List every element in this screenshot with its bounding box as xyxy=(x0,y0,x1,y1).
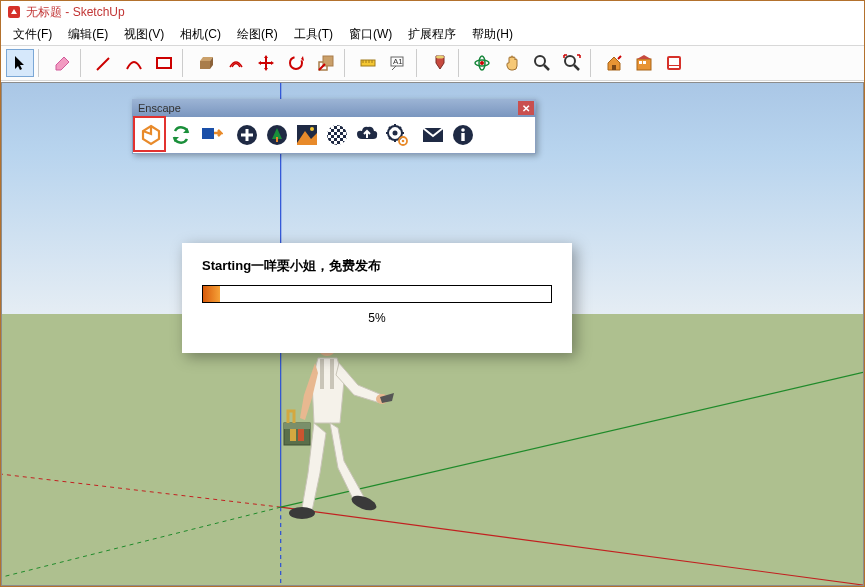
toolbar-separator xyxy=(590,49,596,77)
toolbar-separator xyxy=(38,49,44,77)
toolbar-separator xyxy=(182,49,188,77)
svg-rect-61 xyxy=(461,133,464,141)
menu-window[interactable]: 窗口(W) xyxy=(341,24,400,45)
toolbar-separator xyxy=(458,49,464,77)
svg-rect-43 xyxy=(290,429,296,441)
ground xyxy=(2,314,863,585)
enscape-toolbar xyxy=(132,117,536,154)
svg-point-55 xyxy=(393,131,398,136)
menu-bar: 文件(F) 编辑(E) 视图(V) 相机(C) 绘图(R) 工具(T) 窗口(W… xyxy=(1,23,864,45)
toolbar-separator xyxy=(416,49,422,77)
eraser-tool[interactable] xyxy=(48,49,76,77)
svg-point-53 xyxy=(327,125,347,145)
svg-rect-23 xyxy=(639,61,642,64)
svg-point-19 xyxy=(565,56,575,66)
svg-point-3 xyxy=(290,57,302,69)
svg-line-20 xyxy=(574,65,579,70)
svg-rect-1 xyxy=(157,58,171,68)
menu-extensions[interactable]: 扩展程序 xyxy=(400,24,464,45)
svg-rect-2 xyxy=(200,61,210,69)
tape-tool[interactable] xyxy=(354,49,382,77)
svg-rect-21 xyxy=(612,65,616,70)
select-tool[interactable] xyxy=(6,49,34,77)
toolbar-separator xyxy=(344,49,350,77)
progress-dialog: Starting一咩栗小姐，免费发布 5% xyxy=(182,243,572,353)
svg-point-49 xyxy=(310,127,314,131)
svg-rect-27 xyxy=(669,66,679,68)
enscape-sync-button[interactable] xyxy=(167,121,195,149)
svg-rect-45 xyxy=(202,128,214,139)
toolbar-separator xyxy=(80,49,86,77)
window-title: 无标题 - SketchUp xyxy=(26,4,125,21)
enscape-feedback-button[interactable] xyxy=(419,121,447,149)
enscape-toolbar-window[interactable]: Enscape ✕ xyxy=(132,99,536,154)
title-bar: 无标题 - SketchUp xyxy=(1,1,864,23)
svg-line-18 xyxy=(544,65,549,70)
enscape-asset-button[interactable] xyxy=(263,121,291,149)
close-icon[interactable]: ✕ xyxy=(518,101,534,115)
progress-fill xyxy=(203,286,220,302)
toolbar-separator xyxy=(413,121,417,149)
offset-tool[interactable] xyxy=(222,49,250,77)
enscape-upload-button[interactable] xyxy=(353,121,381,149)
extension-warehouse-tool[interactable] xyxy=(630,49,658,77)
rotate-tool[interactable] xyxy=(282,49,310,77)
pushpull-tool[interactable] xyxy=(192,49,220,77)
svg-rect-22 xyxy=(637,59,651,70)
svg-rect-24 xyxy=(643,61,646,64)
svg-point-57 xyxy=(402,140,405,143)
menu-tools[interactable]: 工具(T) xyxy=(286,24,341,45)
toolbar-separator xyxy=(227,121,231,149)
scale-figure xyxy=(272,323,402,533)
enscape-title-bar[interactable]: Enscape ✕ xyxy=(132,99,536,117)
svg-point-39 xyxy=(289,507,315,519)
enscape-about-button[interactable] xyxy=(449,121,477,149)
enscape-texture-button[interactable] xyxy=(323,121,351,149)
shape-tool[interactable] xyxy=(150,49,178,77)
svg-rect-37 xyxy=(330,359,334,389)
progress-bar xyxy=(202,285,552,303)
enscape-views-button[interactable] xyxy=(197,121,225,149)
enscape-add-button[interactable] xyxy=(233,121,261,149)
pan-tool[interactable] xyxy=(498,49,526,77)
menu-edit[interactable]: 编辑(E) xyxy=(60,24,116,45)
svg-point-17 xyxy=(535,56,545,66)
zoom-extents-tool[interactable] xyxy=(558,49,586,77)
svg-point-16 xyxy=(480,61,484,65)
svg-rect-44 xyxy=(298,429,304,441)
warehouse-tool[interactable] xyxy=(600,49,628,77)
enscape-settings-button[interactable] xyxy=(383,121,411,149)
line-tool[interactable] xyxy=(90,49,118,77)
enscape-title-text: Enscape xyxy=(138,102,181,114)
orbit-tool[interactable] xyxy=(468,49,496,77)
menu-camera[interactable]: 相机(C) xyxy=(172,24,229,45)
svg-rect-36 xyxy=(320,359,324,389)
enscape-material-button[interactable] xyxy=(293,121,321,149)
scale-tool[interactable] xyxy=(312,49,340,77)
menu-draw[interactable]: 绘图(R) xyxy=(229,24,286,45)
menu-help[interactable]: 帮助(H) xyxy=(464,24,521,45)
main-toolbar: A1 xyxy=(1,45,864,81)
move-tool[interactable] xyxy=(252,49,280,77)
text-tool[interactable]: A1 xyxy=(384,49,412,77)
svg-text:A1: A1 xyxy=(393,57,403,66)
menu-file[interactable]: 文件(F) xyxy=(5,24,60,45)
paint-tool[interactable] xyxy=(426,49,454,77)
menu-view[interactable]: 视图(V) xyxy=(116,24,172,45)
enscape-start-button[interactable] xyxy=(137,121,165,149)
layout-tool[interactable] xyxy=(660,49,688,77)
svg-point-60 xyxy=(461,128,465,132)
zoom-tool[interactable] xyxy=(528,49,556,77)
svg-rect-42 xyxy=(284,423,310,429)
viewport[interactable]: Enscape ✕ Starting一咩栗小姐，免费发布 5% xyxy=(1,82,864,586)
progress-title: Starting一咩栗小姐，免费发布 xyxy=(202,257,552,275)
app-icon xyxy=(7,5,21,19)
progress-percent: 5% xyxy=(202,311,552,325)
svg-point-13 xyxy=(436,56,444,59)
arc-tool[interactable] xyxy=(120,49,148,77)
svg-rect-26 xyxy=(669,58,679,65)
